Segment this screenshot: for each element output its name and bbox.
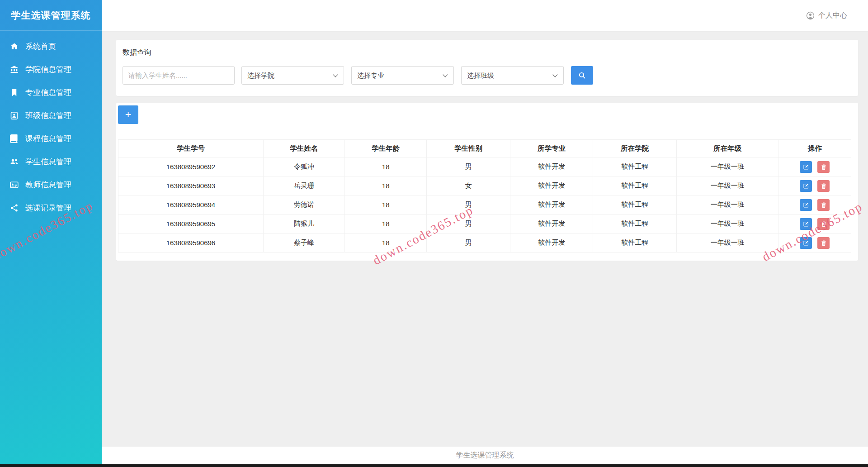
app-title: 学生选课管理系统 (0, 0, 102, 31)
cell-major: 软件开发 (510, 176, 593, 195)
sidebar-item-label: 班级信息管理 (25, 110, 71, 121)
cell-operations (778, 157, 851, 176)
column-header: 操作 (778, 140, 851, 157)
cell-major: 软件开发 (510, 157, 593, 176)
cell-student-id: 1638089590693 (118, 176, 264, 195)
column-header: 学生年龄 (344, 140, 427, 157)
cell-operations (778, 214, 851, 234)
edit-icon (803, 221, 809, 227)
cell-grade: 一年级一班 (677, 234, 778, 253)
user-menu-label: 个人中心 (818, 11, 847, 20)
screen: 学生选课管理系统 系统首页 学院信息管理 专业信息管理 (0, 0, 868, 467)
delete-button[interactable] (817, 161, 830, 173)
cell-student-name: 令狐冲 (263, 157, 344, 176)
sidebar-item[interactable]: 班级信息管理 (0, 104, 102, 127)
edit-button[interactable] (800, 180, 812, 192)
users-icon (10, 157, 19, 166)
sidebar-item-label: 系统首页 (25, 41, 56, 52)
cell-student-id: 1638089590695 (118, 214, 264, 234)
cell-grade: 一年级一班 (677, 195, 778, 214)
edit-button[interactable] (800, 237, 812, 249)
delete-button[interactable] (817, 218, 830, 230)
table-row: 1638089590694 劳德诺 18 男 软件开发 软件工程 一年级一班 (118, 195, 851, 214)
cell-student-age: 18 (344, 214, 427, 234)
major-select[interactable]: 选择专业 (351, 66, 454, 85)
students-table: 学生学号 学生姓名 学生年龄 学生性别 所学专业 所在学院 所在年级 操作 (118, 139, 851, 253)
sidebar-item[interactable]: 学院信息管理 (0, 58, 102, 81)
book-icon (10, 134, 19, 143)
cell-grade: 一年级一班 (677, 176, 778, 195)
sidebar-item[interactable]: 系统首页 (0, 35, 102, 58)
trash-icon (821, 183, 827, 189)
footer: 学生选课管理系统 (102, 447, 868, 464)
sidebar-item-label: 教师信息管理 (25, 180, 71, 190)
cell-college: 软件工程 (593, 176, 677, 195)
table-row: 1638089590695 陆猴儿 18 男 软件开发 软件工程 一年级一班 (118, 214, 851, 234)
cell-student-id: 1638089590694 (118, 195, 264, 214)
sidebar-item-label: 学院信息管理 (25, 64, 71, 75)
query-panel-title: 数据查询 (123, 48, 851, 57)
column-header: 所在学院 (593, 140, 677, 157)
sidebar-item-label: 选课记录管理 (25, 203, 71, 213)
cell-college: 软件工程 (593, 195, 677, 214)
add-student-button[interactable]: + (118, 105, 138, 124)
delete-button[interactable] (817, 199, 830, 211)
edit-button[interactable] (800, 218, 812, 230)
edit-icon (803, 164, 809, 170)
cell-operations (778, 195, 851, 214)
cell-student-gender: 男 (427, 234, 510, 253)
edit-button[interactable] (800, 161, 812, 173)
class-select[interactable]: 选择班级 (461, 66, 564, 85)
user-circle-icon (806, 11, 815, 20)
sidebar-item[interactable]: 学生信息管理 (0, 150, 102, 173)
students-panel: + 学生学号 学生姓名 学生年龄 学生性别 所 (116, 103, 858, 261)
cell-student-name: 劳德诺 (263, 195, 344, 214)
sidebar-item[interactable]: 专业信息管理 (0, 81, 102, 104)
footer-title: 学生选课管理系统 (456, 451, 514, 460)
cell-major: 软件开发 (510, 214, 593, 234)
search-button[interactable] (571, 66, 593, 85)
cell-major: 软件开发 (510, 234, 593, 253)
edit-button[interactable] (800, 199, 812, 211)
cell-operations (778, 234, 851, 253)
bottom-strip (0, 464, 868, 467)
sidebar-item-label: 课程信息管理 (25, 133, 71, 144)
cell-student-age: 18 (344, 176, 427, 195)
sidebar-item[interactable]: 选课记录管理 (0, 196, 102, 219)
major-select-wrap: 选择专业 (351, 66, 454, 85)
cell-student-age: 18 (344, 195, 427, 214)
university-icon (10, 65, 19, 74)
column-header: 学生性别 (427, 140, 510, 157)
sidebar: 学生选课管理系统 系统首页 学院信息管理 专业信息管理 (0, 0, 102, 464)
topbar: 个人中心 (102, 0, 868, 31)
student-name-input[interactable] (123, 66, 235, 85)
id-card-icon (10, 181, 19, 189)
trash-icon (821, 240, 827, 246)
cell-operations (778, 176, 851, 195)
cell-student-name: 陆猴儿 (263, 214, 344, 234)
delete-button[interactable] (817, 180, 830, 192)
cell-student-name: 岳灵珊 (263, 176, 344, 195)
table-row: 1638089590693 岳灵珊 18 女 软件开发 软件工程 一年级一班 (118, 176, 851, 195)
edit-icon (803, 240, 809, 246)
sidebar-item-label: 学生信息管理 (25, 157, 71, 167)
column-header: 所学专业 (510, 140, 593, 157)
cell-college: 软件工程 (593, 214, 677, 234)
cell-grade: 一年级一班 (677, 214, 778, 234)
sidebar-item[interactable]: 教师信息管理 (0, 173, 102, 196)
cell-student-age: 18 (344, 234, 427, 253)
delete-button[interactable] (817, 237, 830, 249)
cell-major: 软件开发 (510, 195, 593, 214)
user-menu[interactable]: 个人中心 (806, 0, 847, 31)
cell-college: 软件工程 (593, 157, 677, 176)
table-row: 1638089590696 蔡子峰 18 男 软件开发 软件工程 一年级一班 (118, 234, 851, 253)
sidebar-item[interactable]: 课程信息管理 (0, 127, 102, 150)
cell-grade: 一年级一班 (677, 157, 778, 176)
college-select[interactable]: 选择学院 (241, 66, 344, 85)
edit-icon (803, 183, 809, 189)
address-book-icon (10, 111, 19, 120)
cell-student-gender: 男 (427, 157, 510, 176)
query-form: 选择学院 选择专业 选择班级 (123, 66, 851, 85)
table-body: 1638089590692 令狐冲 18 男 软件开发 软件工程 一年级一班 (118, 157, 851, 253)
search-icon (578, 71, 586, 79)
